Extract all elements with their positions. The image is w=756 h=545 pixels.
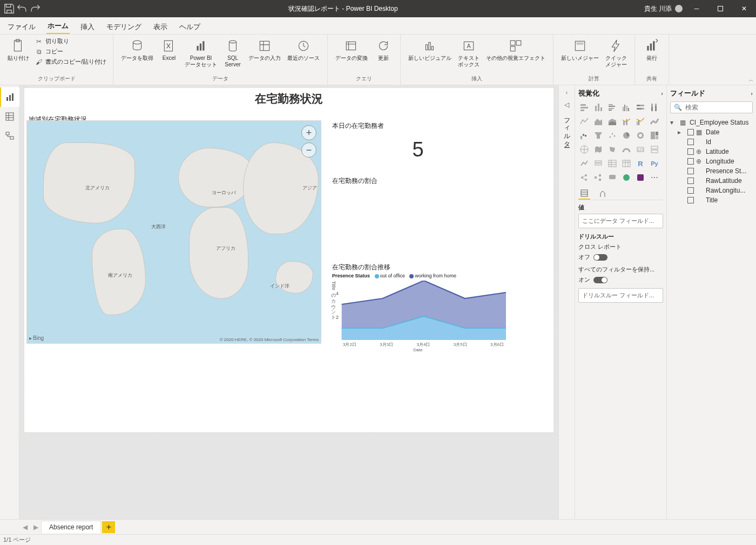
collapse-ribbon-icon[interactable]: ︿ xyxy=(748,76,754,84)
filters-label[interactable]: フィルター xyxy=(562,114,571,144)
text-box-button[interactable]: Aテキスト ボックス xyxy=(456,37,482,69)
map-visual[interactable]: 北アメリカ 南アメリカ ヨーロッパ アフリカ アジア インド洋 大西洋 + − … xyxy=(26,120,321,344)
r-visual-icon[interactable]: R xyxy=(634,158,646,169)
more-visuals-button[interactable]: その他の視覚エフェクト xyxy=(484,37,548,63)
map-icon[interactable] xyxy=(578,144,590,155)
100-stacked-column-icon[interactable] xyxy=(649,101,660,113)
refresh-button[interactable]: 更新 xyxy=(372,37,395,63)
report-view-button[interactable] xyxy=(0,87,19,107)
key-influencers-icon[interactable] xyxy=(578,172,590,183)
100-stacked-bar-icon[interactable] xyxy=(634,101,646,113)
filters-icon[interactable]: ◁ xyxy=(564,101,569,108)
prev-page-button[interactable]: ◀ xyxy=(19,523,30,531)
line-chart-icon[interactable] xyxy=(578,115,590,127)
close-button[interactable]: ✕ xyxy=(732,0,756,17)
multirow-card-icon[interactable] xyxy=(649,144,660,155)
field-rawlat[interactable]: RawLatitude xyxy=(678,176,753,186)
field-longitude[interactable]: ⊕Longitude xyxy=(678,156,753,166)
funnel-icon[interactable] xyxy=(592,130,604,141)
minimize-button[interactable]: ─ xyxy=(685,0,708,17)
ribbon-chart-icon[interactable] xyxy=(649,115,660,127)
treemap-icon[interactable] xyxy=(649,130,660,141)
matrix-icon[interactable] xyxy=(620,158,632,169)
report-canvas[interactable]: 在宅勤務状況 地域別在宅勤務状況 北アメリカ 南アメリカ ヨーロッパ アフリカ … xyxy=(24,87,554,433)
page-tab[interactable]: Absence report xyxy=(41,521,101,533)
clustered-column-icon[interactable] xyxy=(620,101,632,113)
user-account[interactable]: 貴生 川添 xyxy=(642,4,685,13)
collapse-fields-panel[interactable]: › xyxy=(751,90,753,97)
enter-data-button[interactable]: データの入力 xyxy=(246,37,283,63)
kpi-visual[interactable]: 本日の在宅勤務者 5 xyxy=(330,118,506,168)
get-data-button[interactable]: データを取得 xyxy=(119,37,156,63)
redo-icon[interactable] xyxy=(29,3,41,15)
field-title[interactable]: Title xyxy=(678,195,753,205)
tab-file[interactable]: ファイル xyxy=(6,19,37,34)
sql-button[interactable]: SQL Server xyxy=(221,37,244,69)
data-view-button[interactable] xyxy=(0,107,19,126)
values-drop[interactable]: ここにデータ フィールド... xyxy=(578,214,663,228)
scatter-icon[interactable] xyxy=(606,130,618,141)
publish-button[interactable]: 発行 xyxy=(640,37,663,63)
tab-help[interactable]: ヘルプ xyxy=(178,19,201,34)
model-view-button[interactable] xyxy=(0,126,19,146)
kpi-icon[interactable] xyxy=(578,158,590,169)
line-stacked-column-icon[interactable] xyxy=(620,115,632,127)
slicer-icon[interactable] xyxy=(592,158,604,169)
recent-sources-button[interactable]: 最近のソース xyxy=(285,37,322,63)
clustered-bar-icon[interactable] xyxy=(606,101,618,113)
tab-view[interactable]: 表示 xyxy=(152,19,168,34)
filled-map-icon[interactable] xyxy=(592,144,604,155)
format-painter-button[interactable]: 🖌書式のコピー/貼り付け xyxy=(33,57,107,67)
ratio-visual[interactable]: 在宅勤務の割合 xyxy=(330,173,506,254)
field-id[interactable]: Id xyxy=(678,137,753,147)
donut-icon[interactable] xyxy=(634,130,646,141)
shape-map-icon[interactable] xyxy=(606,144,618,155)
excel-button[interactable]: Excel xyxy=(158,37,180,63)
powerapps-icon[interactable] xyxy=(634,172,646,183)
field-presence[interactable]: Presence St... xyxy=(678,166,753,176)
tab-home[interactable]: ホーム xyxy=(46,18,70,34)
search-input[interactable] xyxy=(685,104,756,111)
new-measure-button[interactable]: 新しいメジャー xyxy=(559,37,601,63)
arcgis-icon[interactable] xyxy=(620,172,632,183)
map-zoom-in[interactable]: + xyxy=(301,125,316,140)
qa-visual-icon[interactable] xyxy=(606,172,618,183)
keep-filters-toggle[interactable]: オン xyxy=(578,276,663,284)
pie-icon[interactable] xyxy=(620,130,632,141)
copy-button[interactable]: ⧉コピー xyxy=(33,47,64,57)
fields-search[interactable]: 🔍 xyxy=(670,101,753,113)
py-visual-icon[interactable]: Py xyxy=(649,158,660,169)
tab-insert[interactable]: 挿入 xyxy=(79,19,96,34)
table-icon[interactable] xyxy=(606,158,618,169)
line-clustered-column-icon[interactable] xyxy=(634,115,646,127)
expand-filters-icon[interactable]: ‹ xyxy=(566,90,568,96)
decomposition-tree-icon[interactable] xyxy=(592,172,604,183)
field-latitude[interactable]: ⊕Latitude xyxy=(678,147,753,156)
transform-button[interactable]: データの変換 xyxy=(333,37,370,63)
drill-drop[interactable]: ドリルスルー フィールド... xyxy=(578,288,663,303)
maximize-button[interactable] xyxy=(708,0,732,17)
pbi-dataset-button[interactable]: Power BI データセット xyxy=(183,37,219,69)
collapse-vis-panel[interactable]: › xyxy=(661,90,663,97)
stacked-area-icon[interactable] xyxy=(606,115,618,127)
table-node[interactable]: ▾▦CI_Employee Status xyxy=(670,118,753,127)
map-zoom-out[interactable]: − xyxy=(301,142,316,158)
cut-button[interactable]: ✂切り取り xyxy=(33,37,70,46)
quick-measure-button[interactable]: クイック メジャー xyxy=(603,37,629,69)
undo-icon[interactable] xyxy=(16,3,28,15)
field-date[interactable]: ▸▦Date xyxy=(678,127,753,137)
add-page-button[interactable]: + xyxy=(102,521,115,533)
format-tab[interactable] xyxy=(597,188,609,200)
get-more-visuals-icon[interactable]: ⋯ xyxy=(649,172,660,183)
fields-tab[interactable] xyxy=(578,188,590,200)
trend-visual[interactable]: 在宅勤務の割合推移 Presence Status out of office … xyxy=(330,260,506,346)
new-visual-button[interactable]: 新しいビジュアル xyxy=(406,37,454,63)
tab-modeling[interactable]: モデリング xyxy=(105,19,143,34)
gauge-icon[interactable] xyxy=(620,144,632,155)
save-icon[interactable] xyxy=(3,3,15,15)
field-rawlon[interactable]: RawLongitu... xyxy=(678,186,753,195)
stacked-column-icon[interactable] xyxy=(592,101,604,113)
paste-button[interactable]: 貼り付け xyxy=(5,37,31,63)
area-chart-icon[interactable] xyxy=(592,115,604,127)
cross-report-toggle[interactable]: オフ xyxy=(578,253,663,261)
